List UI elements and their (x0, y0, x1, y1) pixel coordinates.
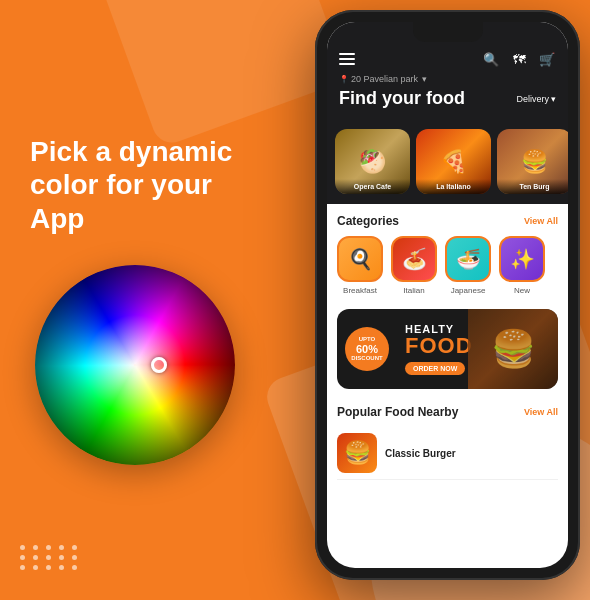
categories-title: Categories (337, 214, 399, 228)
category-icon-italian: 🍝 (391, 236, 437, 282)
category-icon-breakfast: 🍳 (337, 236, 383, 282)
category-label-breakfast: Breakfast (343, 286, 377, 295)
phone-frame: 🔍 🗺 🛒 📍 20 Pavelian park ▾ Find your foo… (315, 10, 580, 580)
app-main-title: Find your food (339, 88, 465, 109)
category-item-japanese[interactable]: 🍜 Japanese (445, 236, 491, 295)
delivery-button[interactable]: Delivery ▾ (516, 94, 556, 104)
phone-screen: 🔍 🗺 🛒 📍 20 Pavelian park ▾ Find your foo… (327, 22, 568, 568)
food-card-label-1: La Italiano (416, 179, 491, 194)
food-card-1[interactable]: 🍕 La Italiano (416, 129, 491, 194)
promo-discount-badge: UPTO 60% DISCOUNT (345, 327, 389, 371)
popular-title: Popular Food Nearby (337, 405, 458, 419)
promo-banner[interactable]: UPTO 60% DISCOUNT HEALTY FOOD ORDER NOW … (337, 309, 558, 389)
promo-left: UPTO 60% DISCOUNT (337, 317, 397, 381)
category-icon-japanese: 🍜 (445, 236, 491, 282)
category-item-breakfast[interactable]: 🍳 Breakfast (337, 236, 383, 295)
popular-item-img-0: 🍔 (337, 433, 377, 473)
location-text: 20 Pavelian park (351, 74, 418, 84)
popular-item-0[interactable]: 🍔 Classic Burger (337, 427, 558, 480)
promo-order-button[interactable]: ORDER NOW (405, 362, 465, 375)
phone-notch (413, 22, 483, 42)
promo-upto-label: UPTO (359, 336, 376, 343)
promo-bg-decoration: 🍔 (468, 309, 558, 389)
left-panel: Pick a dynamic color for your App (0, 0, 270, 600)
categories-header: Categories View All (337, 214, 558, 228)
promo-discount-sub: DISCOUNT (351, 355, 382, 362)
categories-section: Categories View All 🍳 Breakfast 🍝 Italia… (327, 204, 568, 301)
phone-mockup: 🔍 🗺 🛒 📍 20 Pavelian park ▾ Find your foo… (315, 10, 580, 580)
food-card-label-0: Opera Cafe (335, 179, 410, 194)
location-row: 📍 20 Pavelian park ▾ (339, 74, 556, 84)
popular-header: Popular Food Nearby View All (337, 405, 558, 419)
location-arrow: ▾ (422, 74, 427, 84)
location-pin-icon: 📍 (339, 75, 347, 83)
cart-icon[interactable]: 🛒 (538, 50, 556, 68)
color-wheel[interactable] (35, 265, 235, 465)
search-icon[interactable]: 🔍 (482, 50, 500, 68)
food-card-2[interactable]: 🍔 Ten Burg (497, 129, 568, 194)
header-icons-row: 🔍 🗺 🛒 (339, 50, 556, 68)
category-label-japanese: Japanese (451, 286, 486, 295)
popular-item-name-0: Classic Burger (385, 448, 558, 459)
map-icon[interactable]: 🗺 (510, 50, 528, 68)
category-item-italian[interactable]: 🍝 Italian (391, 236, 437, 295)
popular-section: Popular Food Nearby View All 🍔 Classic B… (327, 397, 568, 484)
categories-view-all[interactable]: View All (524, 216, 558, 226)
food-card-label-2: Ten Burg (497, 179, 568, 194)
categories-row: 🍳 Breakfast 🍝 Italian 🍜 Japanese ✨ New (337, 236, 558, 295)
header-right-icons: 🔍 🗺 🛒 (482, 50, 556, 68)
popular-view-all[interactable]: View All (524, 407, 558, 417)
color-wheel-indicator (151, 357, 167, 373)
popular-item-info-0: Classic Burger (385, 448, 558, 459)
header-title-row: Find your food Delivery ▾ (339, 88, 556, 109)
color-wheel-container[interactable] (35, 265, 235, 465)
category-item-new[interactable]: ✨ New (499, 236, 545, 295)
food-carousel: 🥙 Opera Cafe 🍕 La Italiano 🍔 Ten Burg (327, 119, 568, 204)
promo-percent: 60% (356, 343, 378, 355)
category-label-new: New (514, 286, 530, 295)
hamburger-menu-icon[interactable] (339, 53, 355, 65)
category-label-italian: Italian (403, 286, 424, 295)
tagline-text: Pick a dynamic color for your App (30, 135, 250, 236)
food-card-0[interactable]: 🥙 Opera Cafe (335, 129, 410, 194)
category-icon-new: ✨ (499, 236, 545, 282)
